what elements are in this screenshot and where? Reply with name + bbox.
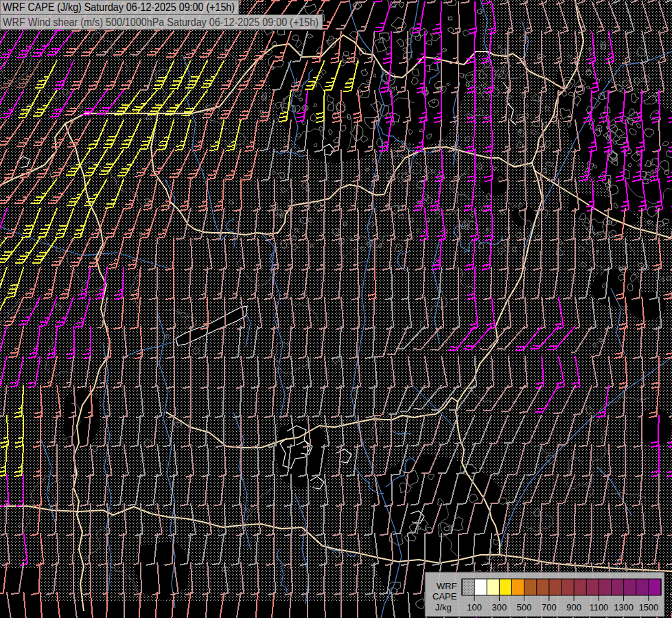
svg-text:CAPE: CAPE [432, 591, 457, 602]
svg-text:300: 300 [492, 602, 507, 613]
svg-text:WRF: WRF [437, 581, 457, 591]
svg-text:1100: 1100 [589, 602, 608, 613]
svg-text:1500: 1500 [638, 602, 658, 613]
svg-text:J/kg: J/kg [435, 602, 452, 613]
svg-text:900: 900 [566, 602, 581, 613]
svg-text:100: 100 [467, 602, 482, 613]
svg-text:700: 700 [542, 602, 557, 613]
svg-text:500: 500 [517, 602, 532, 613]
svg-text:WRF Wind shear (m/s) 500/1000h: WRF Wind shear (m/s) 500/1000hPa Saturda… [3, 16, 318, 28]
svg-text:WRF CAPE (J/kg) Saturday 06-12: WRF CAPE (J/kg) Saturday 06-12-2025 09:0… [3, 1, 235, 13]
svg-text:1300: 1300 [614, 602, 634, 613]
